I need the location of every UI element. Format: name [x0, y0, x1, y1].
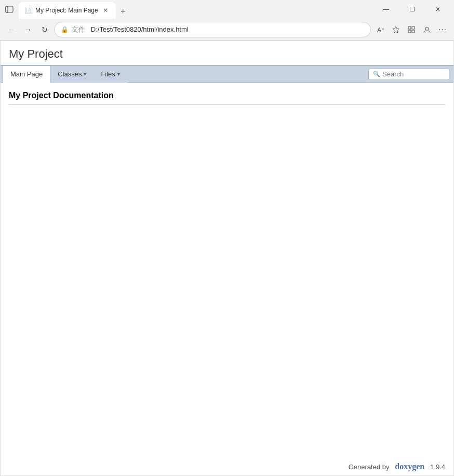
browser-window: 📄 My Project: Main Page ✕ + — ☐ ✕ ← → ↻ …: [0, 0, 454, 476]
browser-toolbar-icons: A⁺: [373, 22, 450, 37]
nav-search-box[interactable]: 🔍: [368, 69, 449, 80]
svg-rect-1: [6, 6, 8, 12]
content-divider: [9, 104, 445, 105]
svg-rect-6: [408, 30, 411, 33]
title-bar: 📄 My Project: Main Page ✕ + — ☐ ✕: [0, 0, 454, 19]
footer-version: 1.9.4: [430, 463, 445, 471]
nav-bar: Main Page Classes ▾ Files ▾ 🔍: [1, 66, 453, 83]
tab-favicon: 📄: [25, 7, 32, 14]
address-icon-text: 文件: [72, 25, 85, 33]
profile-icon[interactable]: [420, 22, 434, 37]
nav-classes-label: Classes: [58, 70, 82, 78]
title-bar-left: [4, 4, 15, 15]
svg-rect-7: [412, 30, 415, 33]
project-title: My Project: [9, 47, 445, 61]
footer-generated-text: Generated by: [349, 463, 390, 471]
page-heading: My Project Documentation: [9, 91, 445, 100]
search-icon: 🔍: [373, 71, 380, 77]
svg-point-8: [425, 27, 429, 30]
address-input-wrapper[interactable]: 🔒 文件 D:/Test/Test0820/html/index.html: [54, 22, 371, 37]
svg-text:A⁺: A⁺: [377, 27, 384, 34]
new-tab-button[interactable]: +: [116, 4, 130, 19]
forward-button[interactable]: →: [21, 22, 35, 37]
collections-icon[interactable]: [404, 22, 419, 37]
tab-close-button[interactable]: ✕: [101, 6, 110, 15]
nav-main-page[interactable]: Main Page: [3, 66, 50, 83]
nav-classes[interactable]: Classes ▾: [50, 66, 94, 83]
search-input[interactable]: [382, 70, 445, 78]
tab-bar: 📄 My Project: Main Page ✕ +: [19, 0, 370, 19]
project-header: My Project: [1, 41, 453, 66]
svg-rect-5: [412, 27, 415, 29]
window-controls: — ☐ ✕: [374, 1, 450, 18]
close-button[interactable]: ✕: [426, 1, 450, 18]
page-footer: Generated by doxygen 1.9.4: [1, 458, 453, 475]
nav-files[interactable]: Files ▾: [94, 66, 127, 83]
files-dropdown-arrow: ▾: [117, 71, 120, 77]
address-text: 文件 D:/Test/Test0820/html/index.html: [72, 25, 364, 34]
svg-marker-3: [393, 27, 399, 33]
tab-title: My Project: Main Page: [35, 7, 98, 14]
nav-files-label: Files: [101, 70, 115, 78]
more-options-icon[interactable]: ···: [435, 22, 450, 37]
active-tab[interactable]: 📄 My Project: Main Page ✕: [19, 2, 116, 19]
svg-rect-4: [408, 27, 411, 29]
address-bar: ← → ↻ 🔒 文件 D:/Test/Test0820/html/index.h…: [0, 19, 454, 41]
minimize-button[interactable]: —: [374, 1, 398, 18]
refresh-button[interactable]: ↻: [37, 22, 52, 37]
main-content: My Project Documentation: [1, 83, 453, 458]
page-content: My Project Main Page Classes ▾ Files ▾ 🔍…: [0, 41, 454, 476]
classes-dropdown-arrow: ▾: [84, 71, 86, 77]
read-aloud-icon[interactable]: A⁺: [373, 22, 388, 37]
footer-doxygen-link[interactable]: doxygen: [395, 462, 424, 471]
svg-rect-0: [6, 6, 13, 12]
back-button[interactable]: ←: [4, 22, 19, 37]
favorites-icon[interactable]: [389, 22, 403, 37]
address-lock-icon: 🔒: [61, 26, 69, 33]
address-url: D:/Test/Test0820/html/index.html: [91, 25, 189, 33]
maximize-button[interactable]: ☐: [400, 1, 424, 18]
browser-menu-icon[interactable]: [4, 4, 15, 15]
